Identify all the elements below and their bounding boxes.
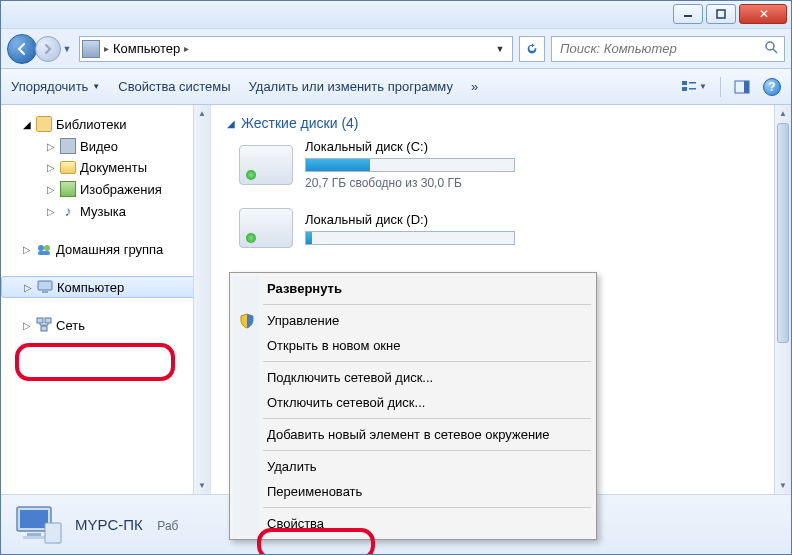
breadcrumb-separator[interactable]: ▸	[184, 43, 189, 54]
uninstall-programs-button[interactable]: Удалить или изменить программу	[249, 79, 453, 94]
help-button[interactable]: ?	[763, 78, 781, 96]
separator	[720, 77, 721, 97]
expander-icon[interactable]: ▷	[45, 162, 56, 173]
address-dropdown[interactable]: ▼	[490, 37, 510, 61]
svg-rect-22	[45, 523, 61, 543]
sidebar-item-videos[interactable]: ▷ Видео	[1, 135, 210, 157]
breadcrumb-location[interactable]: Компьютер	[113, 41, 180, 56]
ctx-expand[interactable]: Развернуть	[233, 276, 593, 301]
sidebar-item-computer[interactable]: ▷ Компьютер	[1, 276, 210, 298]
expander-icon[interactable]: ▷	[45, 141, 56, 152]
svg-rect-14	[42, 291, 48, 293]
homegroup-icon	[36, 241, 52, 257]
scroll-up-icon[interactable]: ▲	[775, 105, 791, 122]
nav-history-dropdown[interactable]: ▼	[61, 39, 73, 59]
search-input[interactable]	[558, 40, 758, 57]
shield-icon	[239, 313, 255, 329]
drive-free-text: 20,7 ГБ свободно из 30,0 ГБ	[305, 176, 515, 190]
expander-icon[interactable]: ▷	[22, 282, 33, 293]
svg-rect-6	[689, 82, 696, 84]
organize-button[interactable]: Упорядочить ▼	[11, 79, 100, 94]
drive-icon	[239, 208, 293, 248]
system-properties-button[interactable]: Свойства системы	[118, 79, 230, 94]
expander-icon[interactable]: ▷	[21, 320, 32, 331]
ctx-label: Управление	[267, 313, 339, 328]
separator	[263, 304, 591, 305]
scroll-up-icon[interactable]: ▲	[194, 105, 210, 122]
scrollbar-thumb[interactable]	[777, 123, 789, 343]
maximize-button[interactable]	[706, 4, 736, 24]
music-icon: ♪	[60, 203, 76, 219]
section-header-drives[interactable]: ◢ Жесткие диски (4)	[227, 115, 775, 131]
expander-icon[interactable]: ▷	[45, 184, 56, 195]
sidebar-item-homegroup[interactable]: ▷ Домашняя группа	[1, 238, 210, 260]
ctx-label: Свойства	[267, 516, 324, 531]
drive-usage-bar	[305, 158, 515, 172]
ctx-delete[interactable]: Удалить	[233, 454, 593, 479]
sidebar-item-label: Компьютер	[57, 280, 124, 295]
address-bar[interactable]: ▸ Компьютер ▸ ▼	[79, 36, 513, 62]
toolbar-overflow-button[interactable]: »	[471, 79, 478, 94]
ctx-label: Подключить сетевой диск...	[267, 370, 433, 385]
close-button[interactable]: ✕	[739, 4, 787, 24]
ctx-map-network-drive[interactable]: Подключить сетевой диск...	[233, 365, 593, 390]
scroll-down-icon[interactable]: ▼	[775, 477, 791, 494]
svg-rect-13	[38, 281, 52, 290]
svg-rect-20	[27, 533, 41, 536]
drive-item-d[interactable]: Локальный диск (D:)	[239, 208, 775, 248]
expander-icon[interactable]: ▷	[45, 206, 56, 217]
navigation-pane: ◢ Библиотеки ▷ Видео ▷ Документы ▷	[1, 105, 211, 494]
separator	[263, 418, 591, 419]
sidebar-item-label: Домашняя группа	[56, 242, 163, 257]
sidebar-item-label: Музыка	[80, 204, 126, 219]
drive-item-c[interactable]: Локальный диск (C:) 20,7 ГБ свободно из …	[239, 139, 775, 190]
ctx-label: Добавить новый элемент в сетевое окружен…	[267, 427, 550, 442]
ctx-open-new-window[interactable]: Открыть в новом окне	[233, 333, 593, 358]
svg-rect-5	[682, 87, 687, 91]
svg-rect-12	[38, 251, 50, 255]
sidebar-item-libraries[interactable]: ◢ Библиотеки	[1, 113, 210, 135]
expander-icon[interactable]: ◢	[21, 119, 32, 130]
svg-point-11	[44, 245, 50, 251]
change-view-button[interactable]: ▼	[676, 77, 712, 97]
details-text: MYPC-ПК Раб	[75, 516, 178, 533]
sidebar-item-music[interactable]: ▷ ♪ Музыка	[1, 200, 210, 222]
drive-name: Локальный диск (C:)	[305, 139, 515, 154]
ctx-rename[interactable]: Переименовать	[233, 479, 593, 504]
scroll-down-icon[interactable]: ▼	[194, 477, 210, 494]
ctx-properties[interactable]: Свойства	[233, 511, 593, 536]
sidebar-item-pictures[interactable]: ▷ Изображения	[1, 178, 210, 200]
preview-pane-button[interactable]	[729, 77, 755, 97]
back-button[interactable]	[7, 34, 37, 64]
svg-rect-21	[23, 536, 45, 539]
svg-rect-15	[37, 318, 43, 323]
nav-tree: ◢ Библиотеки ▷ Видео ▷ Документы ▷	[1, 113, 210, 336]
sidebar-item-network[interactable]: ▷ Сеть	[1, 314, 210, 336]
drive-name: Локальный диск (D:)	[305, 212, 515, 227]
sidebar-item-documents[interactable]: ▷ Документы	[1, 157, 210, 178]
expander-icon[interactable]: ▷	[21, 244, 32, 255]
drive-icon	[239, 145, 293, 185]
sidebar-item-label: Изображения	[80, 182, 162, 197]
sidebar-item-label: Документы	[80, 160, 147, 175]
minimize-button[interactable]	[673, 4, 703, 24]
computer-large-icon	[15, 503, 63, 547]
ctx-label: Развернуть	[267, 281, 342, 296]
libraries-icon	[36, 116, 52, 132]
svg-rect-1	[717, 10, 725, 18]
forward-button[interactable]	[35, 36, 61, 62]
svg-rect-7	[689, 88, 696, 90]
search-box[interactable]	[551, 36, 785, 62]
separator	[263, 507, 591, 508]
documents-icon	[60, 161, 76, 174]
ctx-manage[interactable]: Управление	[233, 308, 593, 333]
ctx-add-network-location[interactable]: Добавить новый элемент в сетевое окружен…	[233, 422, 593, 447]
refresh-button[interactable]	[519, 36, 545, 62]
collapse-icon[interactable]: ◢	[227, 118, 235, 129]
sidebar-scrollbar[interactable]: ▲ ▼	[193, 105, 210, 494]
content-scrollbar[interactable]: ▲ ▼	[774, 105, 791, 494]
network-icon	[36, 317, 52, 333]
ctx-disconnect-network-drive[interactable]: Отключить сетевой диск...	[233, 390, 593, 415]
uninstall-label: Удалить или изменить программу	[249, 79, 453, 94]
computer-icon	[82, 40, 100, 58]
